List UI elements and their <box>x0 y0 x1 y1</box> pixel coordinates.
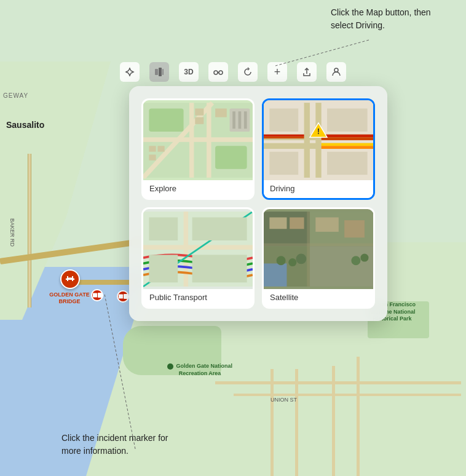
baker-rd-label: BAKER RD <box>9 218 15 247</box>
toolbar: 3D + <box>0 58 466 85</box>
svg-rect-50 <box>192 217 247 240</box>
road-v2 <box>357 357 360 476</box>
svg-rect-34 <box>264 137 304 138</box>
svg-point-69 <box>360 253 368 261</box>
refresh-button[interactable] <box>238 62 258 82</box>
svg-rect-38 <box>322 137 373 140</box>
profile-button[interactable] <box>326 62 346 82</box>
svg-rect-4 <box>119 294 123 298</box>
svg-rect-26 <box>239 111 242 129</box>
map-type-transport[interactable]: Public Transport <box>141 207 255 309</box>
svg-rect-64 <box>264 263 286 286</box>
svg-rect-14 <box>207 103 211 178</box>
svg-point-66 <box>288 258 296 266</box>
svg-rect-5 <box>155 69 158 75</box>
annotation-bottom: Click the incident marker for more infor… <box>61 432 184 458</box>
driving-label: Driving <box>264 180 373 198</box>
svg-rect-63 <box>344 220 365 237</box>
svg-point-67 <box>296 253 306 264</box>
union-st-label: UNION ST <box>271 397 297 403</box>
threed-label: 3D <box>184 68 193 76</box>
svg-rect-21 <box>149 146 156 151</box>
svg-rect-44 <box>327 152 368 175</box>
threed-button[interactable]: 3D <box>179 62 199 82</box>
annotation-bottom-text: Click the incident marker for more infor… <box>61 433 168 456</box>
svg-rect-13 <box>189 103 194 178</box>
road-v4 <box>271 369 274 476</box>
svg-rect-18 <box>195 108 203 115</box>
map-type-panel: Explore ! <box>129 86 387 321</box>
svg-rect-7 <box>162 69 164 75</box>
svg-rect-36 <box>322 146 373 149</box>
svg-rect-35 <box>322 143 373 146</box>
svg-rect-6 <box>159 68 162 76</box>
svg-rect-22 <box>157 146 164 151</box>
svg-point-68 <box>351 256 360 265</box>
svg-rect-33 <box>264 135 304 137</box>
svg-rect-42 <box>327 108 368 131</box>
svg-rect-59 <box>307 212 310 287</box>
sansome-road <box>332 366 335 476</box>
svg-point-10 <box>334 68 338 72</box>
map-type-explore[interactable]: Explore <box>141 98 255 200</box>
golden-gate-bridge-marker[interactable]: GOLDEN GATEBRIDGE <box>60 269 80 289</box>
map-type-satellite[interactable]: Satellite <box>262 207 375 309</box>
satellite-label: Satellite <box>264 289 373 307</box>
ggnra-label: Golden Gate National Recreation Area <box>166 363 234 377</box>
driving-thumbnail: ! <box>264 100 373 180</box>
svg-rect-20 <box>215 108 227 117</box>
map-type-button[interactable] <box>149 62 169 82</box>
road-v3 <box>295 369 298 476</box>
svg-rect-41 <box>269 108 298 131</box>
transport-label: Public Transport <box>143 289 253 307</box>
svg-rect-17 <box>215 146 247 169</box>
svg-rect-19 <box>195 117 203 124</box>
svg-rect-60 <box>269 217 286 229</box>
svg-rect-61 <box>290 217 304 229</box>
svg-rect-62 <box>315 217 338 231</box>
explore-label: Explore <box>143 180 253 198</box>
svg-rect-16 <box>149 108 183 131</box>
annotation-top-text: Click the Map button, then select Drivin… <box>331 7 431 30</box>
ggb-label: GOLDEN GATEBRIDGE <box>48 292 91 305</box>
svg-point-9 <box>219 71 223 74</box>
add-button[interactable]: + <box>267 62 287 82</box>
road-h2 <box>234 394 461 396</box>
svg-rect-25 <box>232 111 235 129</box>
svg-rect-31 <box>304 103 310 178</box>
svg-rect-57 <box>310 246 373 287</box>
sausalito-label: Sausalito <box>6 120 44 130</box>
svg-text:!: ! <box>317 127 320 136</box>
add-label: + <box>274 66 281 77</box>
svg-rect-58 <box>264 244 373 247</box>
explore-thumbnail <box>143 100 253 180</box>
location-button[interactable] <box>120 62 140 82</box>
svg-rect-27 <box>244 111 247 129</box>
geway-label: GEWAY <box>3 92 28 99</box>
map-type-driving[interactable]: ! Driving <box>262 98 375 200</box>
incident-marker-1[interactable] <box>91 289 103 301</box>
annotation-top: Click the Map button, then select Drivin… <box>331 6 454 32</box>
svg-rect-23 <box>149 154 156 160</box>
transport-thumbnail <box>143 209 253 289</box>
svg-rect-47 <box>184 212 188 287</box>
svg-rect-43 <box>269 152 298 175</box>
incident-marker-2[interactable] <box>117 290 129 303</box>
union-st-road <box>215 381 461 384</box>
svg-rect-52 <box>192 255 247 282</box>
svg-rect-32 <box>315 103 321 178</box>
svg-point-65 <box>277 256 286 265</box>
svg-rect-37 <box>322 135 373 138</box>
svg-rect-3 <box>93 293 97 297</box>
binoculars-button[interactable] <box>208 62 228 82</box>
baker-rd-road <box>28 154 31 307</box>
share-button[interactable] <box>297 62 317 82</box>
svg-rect-12 <box>143 137 253 141</box>
svg-rect-51 <box>149 255 178 282</box>
ggb-icon <box>60 269 80 289</box>
satellite-thumbnail <box>264 209 373 289</box>
svg-point-8 <box>214 71 218 74</box>
svg-rect-49 <box>149 217 178 240</box>
